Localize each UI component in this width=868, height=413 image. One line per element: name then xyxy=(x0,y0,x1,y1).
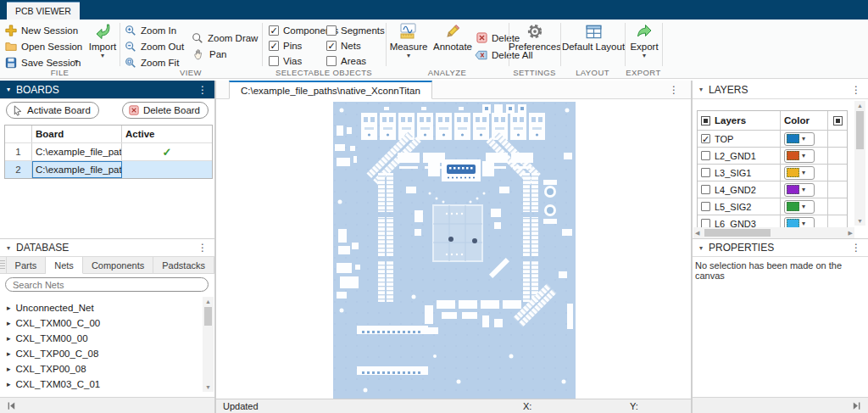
collapse-icon[interactable]: ▾ xyxy=(7,244,10,252)
layer-visibility-checkbox[interactable]: ✓ xyxy=(701,168,710,177)
net-item[interactable]: ▸CXL_TXM00_00 xyxy=(7,331,88,346)
export-dropdown-caret[interactable]: ▾ xyxy=(643,53,646,59)
scroll-up-icon[interactable]: ▲ xyxy=(854,103,865,109)
layers-menu-icon[interactable]: ⋮ xyxy=(851,84,861,96)
color-dropdown-caret[interactable]: ▾ xyxy=(802,170,805,176)
zoom-out-button[interactable]: Zoom Out xyxy=(125,39,184,53)
document-menu-icon[interactable]: ⋮ xyxy=(669,84,679,96)
scroll-down-icon[interactable]: ▼ xyxy=(854,218,865,224)
zoom-draw-button[interactable]: Zoom Draw xyxy=(192,31,258,45)
tab-padstacks[interactable]: Padstacks xyxy=(153,257,214,273)
measure-button[interactable]: Measure ▾ xyxy=(388,22,429,59)
nets-vertical-scrollbar[interactable]: ▲ ▼ xyxy=(203,297,214,392)
layer-row-l4-gnd2[interactable]: ✓L4_GND2 ▾ xyxy=(698,181,847,198)
tab-components[interactable]: Components xyxy=(83,257,153,273)
database-panel-header[interactable]: ▾ DATABASE ⋮ xyxy=(0,238,214,257)
pcb-board-image[interactable] xyxy=(333,102,576,399)
scroll-left-icon[interactable]: ◀ xyxy=(695,230,699,237)
layers-horizontal-scrollbar[interactable]: ◀ ▶ xyxy=(693,227,854,238)
tree-expand-icon[interactable]: ▸ xyxy=(7,380,11,388)
board-row-1[interactable]: 1 C:\example_file_paths\... ✓ xyxy=(5,142,212,160)
scroll-up-icon[interactable]: ▲ xyxy=(203,299,214,304)
layer-visibility-checkbox[interactable]: ✓ xyxy=(701,185,710,194)
net-item[interactable]: ▸CXL_TXP00_C_08 xyxy=(7,346,98,361)
select-all-layers-checkbox[interactable] xyxy=(701,116,710,126)
layer-visibility-checkbox[interactable]: ✓ xyxy=(701,134,710,143)
new-session-button[interactable]: New Session xyxy=(5,23,78,37)
board-row-2[interactable]: 2 C:\example_file_paths\... xyxy=(5,160,212,178)
activate-board-button[interactable]: Activate Board xyxy=(6,102,99,119)
layer-row-l2-gnd1[interactable]: ✓L2_GND1 ▾ xyxy=(698,147,847,164)
net-item[interactable]: ▸CXL_TXM00_C_00 xyxy=(7,315,100,331)
vias-checkbox[interactable]: ✓ Vias xyxy=(269,54,302,68)
layers-panel-header[interactable]: ▾ LAYERS ⋮ xyxy=(693,81,868,99)
collapse-icon[interactable]: ▾ xyxy=(699,86,703,93)
app-tab-pcb-viewer[interactable]: PCB VIEWER xyxy=(7,2,80,20)
delete-board-button[interactable]: Delete Board xyxy=(122,102,209,119)
layer-row-top[interactable]: ✓TOP ▾ xyxy=(698,130,847,147)
zoom-in-button[interactable]: Zoom In xyxy=(125,23,176,37)
layer-row-l5-sig2[interactable]: ✓L5_SIG2 ▾ xyxy=(698,198,847,215)
scroll-down-icon[interactable]: ▼ xyxy=(203,384,214,390)
tab-parts[interactable]: Parts xyxy=(7,257,47,273)
tree-expand-icon[interactable]: ▸ xyxy=(7,334,11,343)
tree-expand-icon[interactable]: ▸ xyxy=(7,304,11,312)
scrollbar-thumb[interactable] xyxy=(856,111,864,149)
segments-checkbox[interactable]: ✓ Segments xyxy=(326,24,385,37)
skip-to-start-icon[interactable] xyxy=(7,401,16,410)
boards-panel-header[interactable]: ▾ BOARDS ⋮ xyxy=(0,81,214,99)
net-item[interactable]: ▸CXL_TXM03_C_01 xyxy=(7,377,100,391)
color-dropdown-caret[interactable]: ▾ xyxy=(802,204,805,210)
color-dropdown-caret[interactable]: ▾ xyxy=(802,153,805,159)
scrollbar-thumb[interactable] xyxy=(204,307,212,326)
nets-checkbox[interactable]: ✓ Nets xyxy=(326,39,361,53)
scrollbar-thumb[interactable] xyxy=(704,229,771,237)
tree-expand-icon[interactable]: ▸ xyxy=(7,349,11,358)
tab-grip[interactable] xyxy=(0,257,7,273)
layer-color-picker[interactable]: ▾ xyxy=(784,166,815,180)
tree-expand-icon[interactable]: ▸ xyxy=(7,319,11,327)
collapse-icon[interactable]: ▾ xyxy=(7,86,10,93)
scroll-right-icon[interactable]: ▶ xyxy=(849,230,853,237)
areas-checkbox[interactable]: ✓ Areas xyxy=(326,54,366,68)
search-nets-input[interactable] xyxy=(5,277,209,292)
pcb-canvas[interactable] xyxy=(216,99,691,399)
color-dropdown-caret[interactable]: ▾ xyxy=(802,220,805,227)
layer-visibility-checkbox[interactable]: ✓ xyxy=(701,151,710,160)
layer-color-picker[interactable]: ▾ xyxy=(784,149,815,163)
open-session-button[interactable]: Open Session xyxy=(5,39,82,53)
board-path[interactable]: C:\example_file_paths\... xyxy=(32,161,122,178)
layer-color-picker[interactable]: ▾ xyxy=(784,132,815,146)
layer-color-picker[interactable]: ▾ xyxy=(784,200,815,214)
database-panel-title: DATABASE xyxy=(16,242,69,254)
skip-to-end-icon[interactable] xyxy=(852,401,861,410)
database-menu-icon[interactable]: ⋮ xyxy=(198,242,208,254)
tree-expand-icon[interactable]: ▸ xyxy=(7,365,11,373)
annotate-button[interactable]: Annotate xyxy=(431,22,475,52)
layers-vertical-scrollbar[interactable]: ▲ ▼ xyxy=(854,101,865,226)
properties-panel-header[interactable]: ▾ PROPERTIES ⋮ xyxy=(693,238,868,257)
net-item[interactable]: ▸CXL_TXP00_08 xyxy=(7,361,86,377)
import-button[interactable]: Import ▾ xyxy=(86,22,119,59)
boards-menu-icon[interactable]: ⋮ xyxy=(198,84,208,96)
collapse-icon[interactable]: ▾ xyxy=(699,244,703,252)
select-all-extra-checkbox[interactable] xyxy=(833,116,843,126)
preferences-button[interactable]: Preferences xyxy=(510,22,559,52)
document-tab[interactable]: C:\example_file_paths\native_XconnTitan xyxy=(229,81,432,99)
export-button[interactable]: Export ▾ xyxy=(626,22,662,59)
pins-checkbox[interactable]: ✓ Pins xyxy=(269,39,302,53)
pan-button[interactable]: Pan xyxy=(193,47,226,61)
layer-color-picker[interactable]: ▾ xyxy=(784,183,815,197)
board-path[interactable]: C:\example_file_paths\... xyxy=(32,143,122,160)
color-dropdown-caret[interactable]: ▾ xyxy=(802,136,805,142)
properties-menu-icon[interactable]: ⋮ xyxy=(851,242,861,254)
net-item[interactable]: ▸Unconnected_Net xyxy=(7,300,94,315)
layer-visibility-checkbox[interactable]: ✓ xyxy=(701,202,710,211)
save-session-dropdown-caret[interactable]: ▾ xyxy=(75,59,78,65)
import-dropdown-caret[interactable]: ▾ xyxy=(101,53,104,59)
tab-nets[interactable]: Nets xyxy=(46,257,83,274)
measure-dropdown-caret[interactable]: ▾ xyxy=(407,53,410,59)
layer-row-l3-sig1[interactable]: ✓L3_SIG1 ▾ xyxy=(698,164,847,181)
default-layout-button[interactable]: Default Layout xyxy=(563,22,624,52)
color-dropdown-caret[interactable]: ▾ xyxy=(802,187,805,193)
